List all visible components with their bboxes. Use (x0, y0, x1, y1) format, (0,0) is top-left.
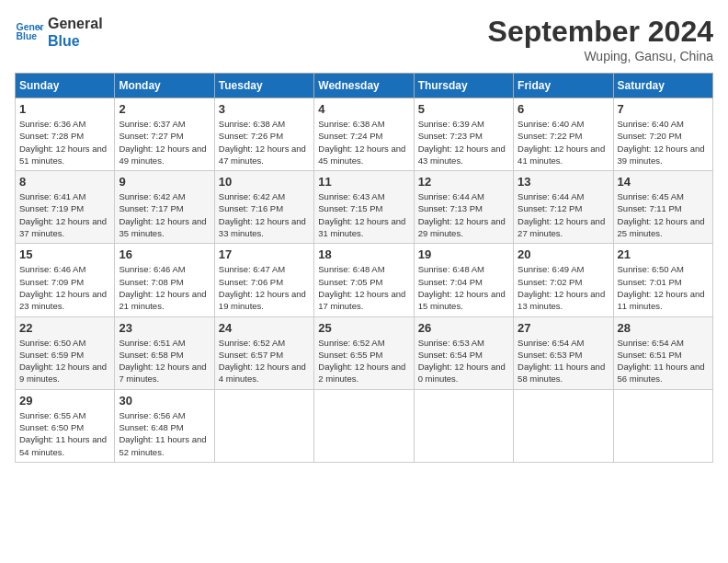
day-info: Sunrise: 6:55 AMSunset: 6:50 PMDaylight:… (19, 409, 110, 458)
location: Wuping, Gansu, China (488, 49, 713, 63)
day-number: 11 (318, 175, 409, 189)
day-number: 18 (318, 247, 409, 261)
header-day-monday: Monday (115, 74, 214, 98)
day-info: Sunrise: 6:44 AMSunset: 7:13 PMDaylight:… (418, 190, 509, 239)
calendar-cell: 12Sunrise: 6:44 AMSunset: 7:13 PMDayligh… (414, 171, 513, 244)
title-block: September 2024 Wuping, Gansu, China (488, 15, 713, 63)
day-number: 7 (618, 102, 709, 116)
calendar-header-row: SundayMondayTuesdayWednesdayThursdayFrid… (16, 74, 713, 98)
day-info: Sunrise: 6:52 AMSunset: 6:55 PMDaylight:… (318, 337, 409, 385)
calendar-cell: 29Sunrise: 6:55 AMSunset: 6:50 PMDayligh… (16, 389, 115, 462)
calendar-cell: 10Sunrise: 6:42 AMSunset: 7:16 PMDayligh… (214, 171, 313, 244)
day-number: 22 (19, 321, 110, 335)
calendar-body: 1Sunrise: 6:36 AMSunset: 7:28 PMDaylight… (16, 98, 713, 463)
calendar-cell: 24Sunrise: 6:52 AMSunset: 6:57 PMDayligh… (214, 316, 313, 389)
calendar-cell: 23Sunrise: 6:51 AMSunset: 6:58 PMDayligh… (115, 316, 214, 389)
day-info: Sunrise: 6:54 AMSunset: 6:51 PMDaylight:… (618, 337, 709, 385)
day-info: Sunrise: 6:42 AMSunset: 7:16 PMDaylight:… (219, 190, 310, 239)
calendar-cell: 5Sunrise: 6:39 AMSunset: 7:23 PMDaylight… (414, 98, 513, 171)
day-info: Sunrise: 6:49 AMSunset: 7:02 PMDaylight:… (518, 263, 609, 312)
logo-icon: General Blue (15, 17, 44, 47)
day-info: Sunrise: 6:46 AMSunset: 7:08 PMDaylight:… (119, 263, 210, 312)
calendar-cell (214, 389, 313, 462)
calendar-cell: 15Sunrise: 6:46 AMSunset: 7:09 PMDayligh… (16, 244, 115, 316)
logo-line1: General (48, 15, 103, 32)
calendar-cell (514, 389, 613, 462)
calendar-cell: 9Sunrise: 6:42 AMSunset: 7:17 PMDaylight… (115, 171, 214, 244)
day-number: 19 (418, 247, 509, 261)
day-info: Sunrise: 6:51 AMSunset: 6:58 PMDaylight:… (119, 337, 210, 385)
day-info: Sunrise: 6:39 AMSunset: 7:23 PMDaylight:… (418, 118, 509, 167)
day-info: Sunrise: 6:44 AMSunset: 7:12 PMDaylight:… (518, 190, 609, 239)
day-info: Sunrise: 6:53 AMSunset: 6:54 PMDaylight:… (418, 337, 509, 385)
day-number: 30 (119, 394, 210, 408)
day-number: 8 (19, 175, 110, 189)
day-info: Sunrise: 6:45 AMSunset: 7:11 PMDaylight:… (618, 190, 709, 239)
day-number: 9 (119, 175, 210, 189)
calendar-cell: 25Sunrise: 6:52 AMSunset: 6:55 PMDayligh… (314, 316, 414, 389)
day-info: Sunrise: 6:41 AMSunset: 7:19 PMDaylight:… (19, 190, 110, 239)
calendar-cell: 28Sunrise: 6:54 AMSunset: 6:51 PMDayligh… (613, 316, 712, 389)
calendar-week-1: 1Sunrise: 6:36 AMSunset: 7:28 PMDaylight… (16, 98, 713, 171)
day-number: 2 (119, 102, 210, 116)
header-day-saturday: Saturday (613, 74, 712, 98)
day-number: 23 (119, 321, 210, 335)
day-info: Sunrise: 6:40 AMSunset: 7:20 PMDaylight:… (618, 118, 709, 167)
day-number: 20 (518, 247, 609, 261)
calendar-week-4: 22Sunrise: 6:50 AMSunset: 6:59 PMDayligh… (16, 316, 713, 389)
day-number: 21 (618, 247, 709, 261)
month-title: September 2024 (488, 15, 713, 49)
calendar-cell: 16Sunrise: 6:46 AMSunset: 7:08 PMDayligh… (115, 244, 214, 316)
calendar-cell: 13Sunrise: 6:44 AMSunset: 7:12 PMDayligh… (514, 171, 613, 244)
day-info: Sunrise: 6:54 AMSunset: 6:53 PMDaylight:… (518, 337, 609, 385)
day-number: 24 (219, 321, 310, 335)
header-day-sunday: Sunday (16, 74, 115, 98)
calendar-cell (613, 389, 712, 462)
calendar-cell: 7Sunrise: 6:40 AMSunset: 7:20 PMDaylight… (613, 98, 712, 171)
calendar-cell (414, 389, 513, 462)
calendar-cell: 1Sunrise: 6:36 AMSunset: 7:28 PMDaylight… (16, 98, 115, 171)
day-number: 27 (518, 321, 609, 335)
calendar-cell: 19Sunrise: 6:48 AMSunset: 7:04 PMDayligh… (414, 244, 513, 316)
day-info: Sunrise: 6:48 AMSunset: 7:04 PMDaylight:… (418, 263, 509, 312)
day-number: 1 (19, 102, 110, 116)
day-info: Sunrise: 6:38 AMSunset: 7:24 PMDaylight:… (318, 118, 409, 167)
day-number: 29 (19, 394, 110, 408)
calendar-table: SundayMondayTuesdayWednesdayThursdayFrid… (15, 73, 713, 463)
day-number: 6 (518, 102, 609, 116)
day-number: 13 (518, 175, 609, 189)
calendar-cell: 21Sunrise: 6:50 AMSunset: 7:01 PMDayligh… (613, 244, 712, 316)
calendar-cell: 18Sunrise: 6:48 AMSunset: 7:05 PMDayligh… (314, 244, 414, 316)
calendar-week-5: 29Sunrise: 6:55 AMSunset: 6:50 PMDayligh… (16, 389, 713, 462)
day-number: 15 (19, 247, 110, 261)
day-number: 26 (418, 321, 509, 335)
calendar-cell: 27Sunrise: 6:54 AMSunset: 6:53 PMDayligh… (514, 316, 613, 389)
calendar-cell: 20Sunrise: 6:49 AMSunset: 7:02 PMDayligh… (514, 244, 613, 316)
day-info: Sunrise: 6:37 AMSunset: 7:27 PMDaylight:… (119, 118, 210, 167)
calendar-cell: 6Sunrise: 6:40 AMSunset: 7:22 PMDaylight… (514, 98, 613, 171)
calendar-cell: 14Sunrise: 6:45 AMSunset: 7:11 PMDayligh… (613, 171, 712, 244)
day-number: 16 (119, 247, 210, 261)
calendar-cell: 17Sunrise: 6:47 AMSunset: 7:06 PMDayligh… (214, 244, 313, 316)
day-info: Sunrise: 6:56 AMSunset: 6:48 PMDaylight:… (119, 409, 210, 458)
calendar-cell: 26Sunrise: 6:53 AMSunset: 6:54 PMDayligh… (414, 316, 513, 389)
day-number: 28 (618, 321, 709, 335)
calendar-week-2: 8Sunrise: 6:41 AMSunset: 7:19 PMDaylight… (16, 171, 713, 244)
svg-text:Blue: Blue (17, 31, 38, 41)
calendar-cell: 2Sunrise: 6:37 AMSunset: 7:27 PMDaylight… (115, 98, 214, 171)
calendar-week-3: 15Sunrise: 6:46 AMSunset: 7:09 PMDayligh… (16, 244, 713, 316)
day-info: Sunrise: 6:50 AMSunset: 7:01 PMDaylight:… (618, 263, 709, 312)
day-info: Sunrise: 6:48 AMSunset: 7:05 PMDaylight:… (318, 263, 409, 312)
day-info: Sunrise: 6:40 AMSunset: 7:22 PMDaylight:… (518, 118, 609, 167)
header-day-thursday: Thursday (414, 74, 513, 98)
header-day-tuesday: Tuesday (214, 74, 313, 98)
day-info: Sunrise: 6:42 AMSunset: 7:17 PMDaylight:… (119, 190, 210, 239)
logo: General Blue General Blue (15, 15, 103, 50)
day-number: 3 (219, 102, 310, 116)
day-number: 25 (318, 321, 409, 335)
calendar-cell: 22Sunrise: 6:50 AMSunset: 6:59 PMDayligh… (16, 316, 115, 389)
calendar-cell (314, 389, 414, 462)
day-info: Sunrise: 6:38 AMSunset: 7:26 PMDaylight:… (219, 118, 310, 167)
day-info: Sunrise: 6:36 AMSunset: 7:28 PMDaylight:… (19, 118, 110, 167)
calendar-cell: 11Sunrise: 6:43 AMSunset: 7:15 PMDayligh… (314, 171, 414, 244)
